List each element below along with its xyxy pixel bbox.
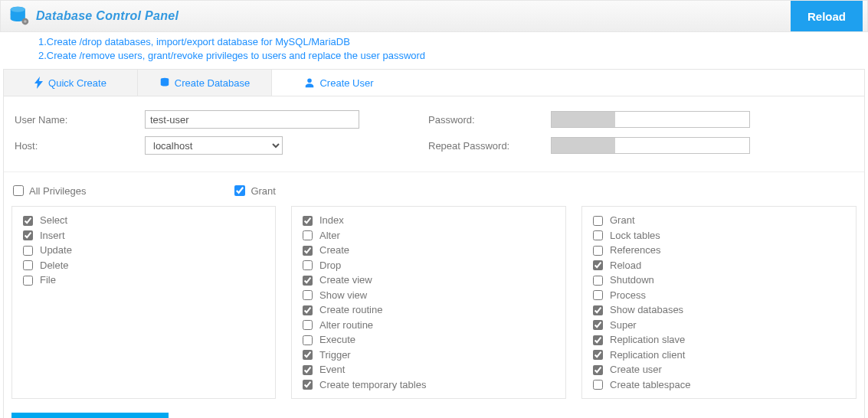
privilege-label: Alter routine [319,318,373,333]
privilege-item[interactable]: Delete [20,258,267,273]
privilege-item[interactable]: Update [20,243,267,258]
password-input[interactable] [551,111,750,128]
privilege-checkbox[interactable] [593,380,603,390]
privilege-checkbox[interactable] [303,365,313,375]
privilege-item[interactable]: Create temporary tables [300,377,558,393]
privilege-checkbox[interactable] [593,290,603,300]
privilege-checkbox[interactable] [303,246,313,256]
tab-label: Quick Create [48,77,106,89]
privilege-checkbox[interactable] [303,350,313,360]
privilege-label: Create view [319,273,372,288]
privilege-item[interactable]: Create user [590,362,848,377]
privilege-label: Show view [319,288,367,303]
all-privileges-input[interactable] [13,185,24,196]
privilege-label: Lock tables [610,228,660,243]
privilege-checkbox[interactable] [23,246,33,256]
form-area: User Name: Password: Host: localhost [4,96,864,172]
privileges-col-1: SelectInsertUpdateDeleteFile [11,206,276,399]
grant-input[interactable] [234,185,245,196]
tab-quick-create[interactable]: Quick Create [4,70,138,96]
privilege-checkbox[interactable] [303,305,313,315]
privilege-item[interactable]: References [590,243,848,258]
host-select[interactable]: localhost [145,136,283,155]
privilege-item[interactable]: Insert [20,228,267,243]
privilege-item[interactable]: Drop [300,258,558,273]
privilege-item[interactable]: Create tablespace [590,377,848,393]
privilege-item[interactable]: Create view [300,273,558,288]
privilege-checkbox[interactable] [303,276,313,286]
create-user-now-button[interactable]: Create User Now [11,413,169,418]
svg-point-1 [11,7,25,12]
privilege-item[interactable]: Show view [300,288,558,303]
privilege-checkbox[interactable] [303,380,313,390]
tab-create-user[interactable]: Create User [272,70,406,96]
tab-create-database[interactable]: Create Database [138,70,272,96]
privilege-item[interactable]: Shutdown [590,273,848,288]
privilege-checkbox[interactable] [593,350,603,360]
username-label: User Name: [15,114,145,126]
password-field-wrap [551,111,750,128]
privilege-checkbox[interactable] [593,365,603,375]
privilege-checkbox[interactable] [593,216,603,226]
privilege-label: Index [319,213,344,228]
description: 1.Create /drop databases, import/export … [0,32,868,69]
privilege-checkbox[interactable] [303,290,313,300]
repeat-password-label: Repeat Password: [428,140,551,152]
privilege-item[interactable]: Grant [590,213,848,228]
privilege-checkbox[interactable] [593,260,603,270]
privilege-checkbox[interactable] [593,246,603,256]
privilege-checkbox[interactable] [23,260,33,270]
reload-button[interactable]: Reload [791,1,863,31]
privilege-checkbox[interactable] [593,320,603,330]
privilege-item[interactable]: Create [300,243,558,258]
privilege-label: Alter [319,228,340,243]
privilege-checkbox[interactable] [593,276,603,286]
privilege-label: Create tablespace [610,377,691,393]
privilege-item[interactable]: Event [300,362,558,377]
privilege-item[interactable]: Super [590,318,848,333]
host-label: Host: [15,140,145,152]
username-input[interactable] [145,110,359,129]
privilege-item[interactable]: Reload [590,258,848,273]
privilege-item[interactable]: Trigger [300,348,558,363]
privilege-item[interactable]: Alter [300,228,558,243]
privilege-label: File [40,273,56,288]
privileges-header: All Privileges Grant [4,172,864,206]
privilege-label: Create temporary tables [319,377,426,393]
privilege-label: Execute [319,332,355,348]
privilege-item[interactable]: Select [20,213,267,228]
privilege-checkbox[interactable] [23,230,33,240]
privilege-checkbox[interactable] [303,320,313,330]
privilege-item[interactable]: File [20,273,267,288]
privilege-label: Delete [40,258,69,273]
privilege-item[interactable]: Show databases [590,302,848,318]
privilege-item[interactable]: Process [590,288,848,303]
tabs: Quick Create Create Database Create User [4,70,864,96]
privilege-checkbox[interactable] [303,335,313,345]
privilege-item[interactable]: Index [300,213,558,228]
privilege-item[interactable]: Create routine [300,302,558,318]
privilege-checkbox[interactable] [593,230,603,240]
privilege-checkbox[interactable] [303,216,313,226]
privilege-label: Update [40,243,72,258]
privilege-item[interactable]: Execute [300,332,558,348]
bolt-icon [34,77,44,89]
privilege-item[interactable]: Replication slave [590,332,848,348]
privilege-checkbox[interactable] [23,216,33,226]
privilege-item[interactable]: Lock tables [590,228,848,243]
privilege-item[interactable]: Replication client [590,348,848,363]
grant-checkbox[interactable]: Grant [231,183,276,198]
description-line-2: 2.Create /remove users, grant/revoke pri… [38,49,868,63]
privilege-checkbox[interactable] [593,335,603,345]
privilege-item[interactable]: Alter routine [300,318,558,333]
privilege-checkbox[interactable] [593,305,603,315]
privilege-checkbox[interactable] [303,230,313,240]
repeat-password-input[interactable] [551,137,750,154]
password-strength-meter [552,112,615,127]
privilege-label: Replication slave [610,332,685,348]
all-privileges-checkbox[interactable]: All Privileges [10,183,86,198]
privilege-checkbox[interactable] [23,276,33,286]
privilege-checkbox[interactable] [303,260,313,270]
privilege-label: Create routine [319,302,382,318]
privilege-label: Trigger [319,348,351,363]
